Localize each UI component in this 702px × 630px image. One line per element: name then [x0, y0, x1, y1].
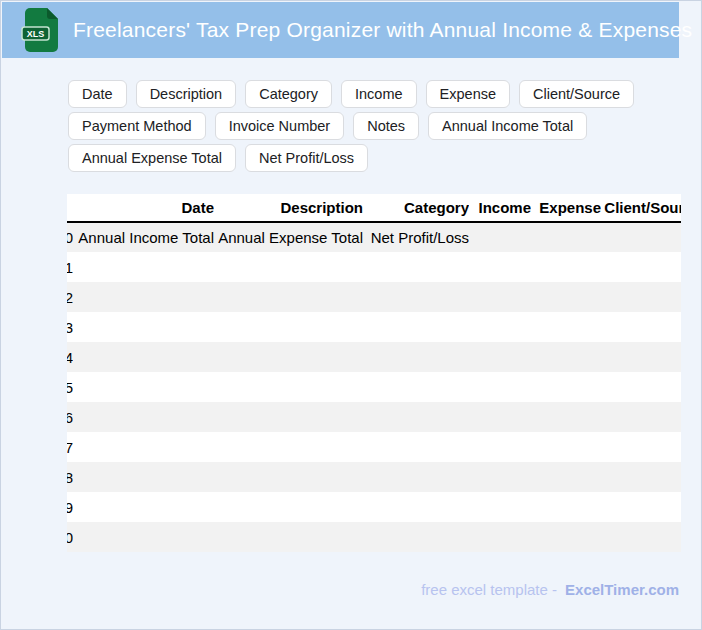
- table-cell: [601, 432, 681, 462]
- table-row: 10: [67, 522, 681, 552]
- table-cell: [601, 342, 681, 372]
- footer-brand-link[interactable]: ExcelTimer.com: [565, 581, 679, 598]
- table-cell: [601, 372, 681, 402]
- col-header-date: Date: [73, 194, 214, 222]
- title-bar: XLS Freelancers' Tax Prep Organizer with…: [2, 2, 679, 58]
- preview-table: Date Description Category Income Expense…: [67, 194, 681, 552]
- chip-client-source[interactable]: Client/Source: [519, 80, 634, 108]
- chip-annual-expense-total[interactable]: Annual Expense Total: [68, 144, 236, 172]
- col-header-expense: Expense: [531, 194, 601, 222]
- chip-description[interactable]: Description: [136, 80, 237, 108]
- table-cell: [363, 312, 469, 342]
- chip-income[interactable]: Income: [341, 80, 417, 108]
- table-cell: [601, 462, 681, 492]
- table-cell: [601, 402, 681, 432]
- chip-row-3: Annual Expense Total Net Profit/Loss: [68, 144, 634, 172]
- table-cell: [469, 462, 531, 492]
- col-header-description: Description: [214, 194, 363, 222]
- table-row: 7: [67, 432, 681, 462]
- table-cell: [73, 432, 214, 462]
- chip-row-2: Payment Method Invoice Number Notes Annu…: [68, 112, 634, 140]
- table-cell: [363, 432, 469, 462]
- table-cell: [601, 222, 681, 252]
- table-cell: [531, 462, 601, 492]
- table-cell: [73, 342, 214, 372]
- table-cell: [469, 432, 531, 462]
- table-cell: [531, 492, 601, 522]
- table-cell: Net Profit/Loss: [363, 222, 469, 252]
- table-cell: [73, 462, 214, 492]
- table-cell: [601, 252, 681, 282]
- table-row: 4: [67, 342, 681, 372]
- table-row: 9: [67, 492, 681, 522]
- table-cell: [469, 282, 531, 312]
- col-header-income: Income: [469, 194, 531, 222]
- column-chips: Date Description Category Income Expense…: [68, 80, 634, 172]
- table-cell: [531, 402, 601, 432]
- table-cell: [601, 312, 681, 342]
- table-row: 1: [67, 252, 681, 282]
- table-cell: [214, 342, 363, 372]
- chip-payment-method[interactable]: Payment Method: [68, 112, 206, 140]
- xls-file-icon: XLS: [21, 7, 61, 53]
- table-cell: [73, 252, 214, 282]
- table-cell: [363, 522, 469, 552]
- table-cell: [469, 342, 531, 372]
- footer-text: free excel template -: [421, 581, 557, 598]
- chip-expense[interactable]: Expense: [426, 80, 510, 108]
- table-cell: Annual Income Total: [73, 222, 214, 252]
- table-cell: [73, 522, 214, 552]
- table-cell: [531, 222, 601, 252]
- chip-notes[interactable]: Notes: [353, 112, 419, 140]
- table-cell: [363, 372, 469, 402]
- chip-net-profit-loss[interactable]: Net Profit/Loss: [245, 144, 368, 172]
- table-cell: [73, 372, 214, 402]
- table-cell: [469, 522, 531, 552]
- table-cell: [214, 492, 363, 522]
- table-cell: [214, 432, 363, 462]
- xls-badge-text: XLS: [27, 29, 45, 39]
- page-title: Freelancers' Tax Prep Organizer with Ann…: [73, 18, 692, 42]
- table-cell: [363, 252, 469, 282]
- table-cell: [469, 252, 531, 282]
- table-cell: [601, 522, 681, 552]
- table-cell: [531, 282, 601, 312]
- table-cell: [469, 222, 531, 252]
- table-cell: [469, 492, 531, 522]
- table-row: 0Annual Income TotalAnnual Expense Total…: [67, 222, 681, 252]
- table-cell: [214, 402, 363, 432]
- table-cell: [73, 282, 214, 312]
- chip-annual-income-total[interactable]: Annual Income Total: [428, 112, 587, 140]
- table-cell: [214, 372, 363, 402]
- chip-date[interactable]: Date: [68, 80, 127, 108]
- table-cell: [73, 402, 214, 432]
- table-cell: [214, 522, 363, 552]
- chip-category[interactable]: Category: [245, 80, 332, 108]
- spreadsheet-preview: Date Description Category Income Expense…: [67, 194, 681, 555]
- table-cell: [531, 312, 601, 342]
- table-cell: [531, 252, 601, 282]
- col-header-category: Category: [363, 194, 469, 222]
- table-cell: [214, 462, 363, 492]
- col-header-client-source: Client/Source: [601, 194, 681, 222]
- table-cell: [214, 282, 363, 312]
- table-cell: [601, 492, 681, 522]
- table-cell: [531, 522, 601, 552]
- table-row: 3: [67, 312, 681, 342]
- table-cell: [73, 492, 214, 522]
- table-cell: [214, 312, 363, 342]
- table-cell: [363, 462, 469, 492]
- chip-invoice-number[interactable]: Invoice Number: [215, 112, 345, 140]
- table-cell: [531, 342, 601, 372]
- table-cell: [214, 252, 363, 282]
- table-header-row: Date Description Category Income Expense…: [67, 194, 681, 222]
- table-body: 0Annual Income TotalAnnual Expense Total…: [67, 222, 681, 552]
- chip-row-1: Date Description Category Income Expense…: [68, 80, 634, 108]
- table-row: 6: [67, 402, 681, 432]
- table-cell: Annual Expense Total: [214, 222, 363, 252]
- table-cell: [469, 402, 531, 432]
- table-cell: [469, 312, 531, 342]
- table-cell: [363, 492, 469, 522]
- table-cell: [531, 432, 601, 462]
- table-cell: [469, 372, 531, 402]
